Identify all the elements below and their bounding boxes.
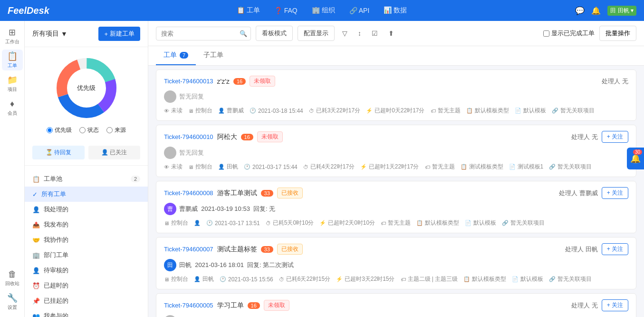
ticket-4-reply-text: 田帆 2021-03-16 18:01 回复: 第二次测试 bbox=[179, 261, 294, 269]
ticket-1-meta: 👁未读 🖥控制台 👤曹鹏威 🕐2021-03-18 15:44 ⏱已耗3天22时… bbox=[164, 107, 628, 115]
top-nav: FeelDesk 📋 工单 ❓ FAQ 🏢 组织 🔗 API 📊 数据 💬 🔔 … bbox=[0, 0, 644, 21]
ticket-4-id[interactable]: Ticket-794600007 bbox=[164, 246, 213, 253]
ticket-4-follow-btn[interactable]: + 关注 bbox=[602, 243, 628, 255]
chart-center-label: 优先级 bbox=[77, 84, 96, 92]
icon-sidebar: ⊞ 工作台 📋 工单 📁 项目 ♦ 会员 🗑 回收站 🔧 设置 bbox=[0, 21, 25, 317]
ticket-5-assignee: 处理人 无 + 关注 bbox=[571, 299, 628, 311]
ticket-4-avatar: 田 bbox=[164, 259, 176, 271]
chevron-down-icon: ▼ bbox=[61, 30, 67, 38]
ticket-3-follow-btn[interactable]: + 关注 bbox=[602, 187, 628, 199]
export-icon-btn[interactable]: ⬆ bbox=[385, 28, 397, 39]
ticket-5-status: 未领取 bbox=[264, 300, 289, 311]
ticket-2-assignee: 处理人 无 + 关注 bbox=[571, 131, 628, 143]
nav-org[interactable]: 🏢 组织 bbox=[312, 6, 335, 15]
ticket-1-reply-text: 暂无回复 bbox=[179, 92, 204, 101]
ticket-3-id[interactable]: Ticket-794600008 bbox=[164, 189, 213, 197]
sidebar-item-ticket[interactable]: 📋 工单 bbox=[2, 50, 23, 70]
float-notification-bell[interactable]: 🔔 30 bbox=[627, 148, 644, 169]
search-input[interactable] bbox=[156, 27, 251, 40]
workbench-icon: ⊞ bbox=[9, 27, 16, 38]
ticket-5-avatar bbox=[164, 315, 176, 317]
nav-my-handling[interactable]: 👤 我处理的 bbox=[25, 202, 148, 217]
project-label: 项目 bbox=[8, 86, 17, 93]
checkbox-icon-btn[interactable]: ☑ bbox=[369, 28, 381, 39]
pending-review-icon: 👤 bbox=[32, 267, 40, 274]
ticket-2-title: 阿松大 bbox=[217, 133, 237, 141]
ticket-label: 工单 bbox=[8, 62, 17, 69]
suspended-icon: 📌 bbox=[32, 297, 40, 305]
ticket-5-header: Ticket-794600005 学习工单 16 未领取 处理人 无 + 关注 bbox=[164, 299, 628, 311]
nav-suspended[interactable]: 📌 已挂起的 bbox=[25, 293, 148, 308]
project-selector[interactable]: 所有项目 ▼ bbox=[32, 30, 67, 38]
nav-faq[interactable]: ❓ FAQ bbox=[274, 7, 298, 14]
ticket-row: Ticket-794600010 阿松大 16 未领取 处理人 无 + 关注 暂… bbox=[156, 125, 636, 177]
toolbar-right: 显示已完成工单 批量操作 bbox=[543, 26, 636, 41]
ticket-3-avatar: 曹 bbox=[164, 203, 176, 215]
ticket-2-reply: 暂无回复 bbox=[164, 147, 628, 159]
nav-api[interactable]: 🔗 API bbox=[349, 7, 370, 14]
ticket-1-num: 16 bbox=[233, 78, 246, 85]
pending-reply-btn[interactable]: ⏳ 待回复 bbox=[32, 146, 85, 159]
nav-all-tickets[interactable]: ✓ 所有工单 bbox=[25, 187, 148, 202]
tabs: 工单 7 子工单 bbox=[148, 46, 644, 66]
project-icon: 📁 bbox=[7, 75, 18, 85]
sidebar-item-trash[interactable]: 🗑 回收站 bbox=[2, 267, 23, 288]
ticket-5-follow-btn[interactable]: + 关注 bbox=[602, 299, 628, 311]
sidebar-item-member[interactable]: ♦ 会员 bbox=[2, 97, 23, 118]
nav-dept-tickets[interactable]: 🏢 部门工单 bbox=[25, 248, 148, 263]
tab-sub-ticket[interactable]: 子工单 bbox=[196, 46, 231, 65]
messages-icon[interactable]: 💬 bbox=[575, 6, 585, 15]
my-collab-icon: 🤝 bbox=[32, 237, 40, 244]
ticket-2-num: 16 bbox=[241, 134, 253, 140]
sidebar-item-settings[interactable]: 🔧 设置 bbox=[2, 291, 23, 312]
settings-icon: 🔧 bbox=[7, 293, 18, 303]
ticket-3-meta: 🖥控制台 👤 🕐2021-03-17 13:51 ⏱已耗5天0时10分 ⚡已超时… bbox=[164, 219, 628, 227]
sidebar-item-project[interactable]: 📁 项目 bbox=[2, 73, 23, 94]
priority-radio[interactable]: 优先级 bbox=[47, 126, 72, 134]
nav-my-collab[interactable]: 🤝 我协作的 bbox=[25, 232, 148, 248]
bell-icon: 🔔 bbox=[630, 153, 641, 164]
tab-ticket[interactable]: 工单 7 bbox=[156, 46, 196, 65]
ticket-2-meta: 👁未读 🖥控制台 👤田帆 🕐2021-03-17 15:44 ⏱已耗4天22时1… bbox=[164, 163, 628, 171]
config-display-button[interactable]: 配置显示 bbox=[298, 26, 335, 41]
filter-icon-btn[interactable]: ▽ bbox=[339, 28, 350, 39]
plus-icon: + bbox=[104, 30, 108, 38]
all-tickets-icon: ✓ bbox=[32, 191, 38, 198]
status-radio[interactable]: 状态 bbox=[79, 126, 99, 134]
ticket-4-header: Ticket-794600007 测试主题标签 33 已接收 处理人 田帆 + … bbox=[164, 243, 628, 255]
nav-my-published[interactable]: 📤 我发布的 bbox=[25, 217, 148, 232]
ticket-2-id[interactable]: Ticket-794600010 bbox=[164, 133, 213, 140]
ticket-2-reply-text: 暂无回复 bbox=[179, 149, 204, 157]
sidebar-item-workbench[interactable]: ⊞ 工作台 bbox=[2, 26, 23, 47]
show-done-label[interactable]: 显示已完成工单 bbox=[543, 29, 595, 38]
show-done-checkbox[interactable] bbox=[543, 30, 549, 37]
ticket-2-follow-btn[interactable]: + 关注 bbox=[602, 131, 628, 143]
nav-ticket-pool[interactable]: 📋 工单池 2 bbox=[25, 171, 148, 187]
user-avatar[interactable]: 田 田帆 ▾ bbox=[607, 6, 636, 16]
ticket-1-reply: 暂无回复 bbox=[164, 90, 628, 103]
nav-ticket[interactable]: 📋 工单 bbox=[237, 6, 260, 15]
notification-icon[interactable]: 🔔 bbox=[591, 6, 601, 15]
logo[interactable]: FeelDesk bbox=[8, 5, 49, 16]
divider-1 bbox=[25, 165, 148, 166]
workbench-label: 工作台 bbox=[5, 39, 19, 45]
ticket-3-header: Ticket-794600008 游客工单测试 33 已接收 处理人 曹鹏威 +… bbox=[164, 187, 628, 199]
source-radio[interactable]: 来源 bbox=[106, 126, 126, 134]
nav-pending-review[interactable]: 👤 待审核的 bbox=[25, 263, 148, 278]
nav-overdue[interactable]: ⏰ 已超时的 bbox=[25, 278, 148, 293]
nav-items: 📋 工单 ❓ FAQ 🏢 组织 🔗 API 📊 数据 bbox=[68, 6, 575, 15]
batch-operation-button[interactable]: 批量操作 bbox=[599, 26, 636, 41]
chart-area: 优先级 优先级 状态 来源 bbox=[25, 47, 148, 142]
sort-icon-btn[interactable]: ↕ bbox=[355, 28, 364, 39]
nav-data[interactable]: 📊 数据 bbox=[384, 6, 407, 15]
following-btn[interactable]: 👤 已关注 bbox=[88, 146, 141, 159]
ticket-5-id[interactable]: Ticket-794600005 bbox=[164, 302, 213, 309]
main-content: 🔍 看板模式 配置显示 ▽ ↕ ☑ ⬆ 显示已完成工单 批量操作 工单 7 bbox=[148, 21, 644, 317]
nav-participated[interactable]: 👥 我参与的 bbox=[25, 308, 148, 317]
ticket-4-assignee: 处理人 田帆 + 关注 bbox=[565, 243, 628, 255]
ticket-5-reply: 暂无回复 bbox=[164, 315, 628, 317]
kanban-mode-button[interactable]: 看板模式 bbox=[256, 26, 293, 41]
ticket-1-id[interactable]: Ticket-794600013 bbox=[164, 78, 213, 85]
new-ticket-button[interactable]: + 新建工单 bbox=[98, 27, 140, 41]
ticket-3-status: 已接收 bbox=[277, 188, 303, 198]
